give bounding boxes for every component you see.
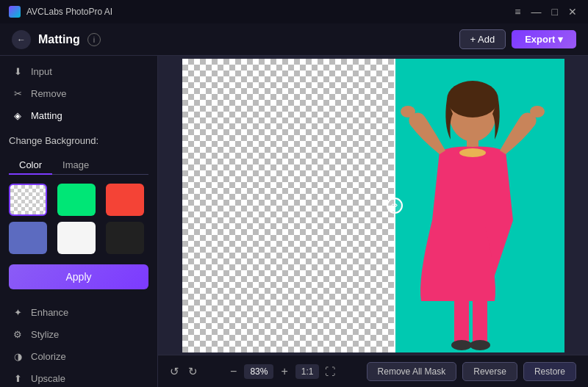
remove-icon: ✂ bbox=[12, 87, 24, 99]
close-icon[interactable]: ✕ bbox=[566, 6, 579, 18]
canvas-left-bg bbox=[182, 59, 395, 352]
back-icon: ← bbox=[17, 35, 26, 45]
canvas-viewport[interactable]: ⇔ bbox=[158, 56, 588, 355]
tab-image[interactable]: Image bbox=[52, 156, 99, 175]
maximize-icon[interactable]: □ bbox=[550, 6, 560, 18]
apply-button[interactable]: Apply bbox=[9, 264, 148, 289]
main-area: ⬇ Input ✂ Remove ◈ Matting Change Backgr… bbox=[0, 56, 588, 387]
info-label: i bbox=[93, 35, 95, 44]
bg-tabs: Color Image bbox=[9, 156, 148, 175]
matting-icon: ◈ bbox=[12, 109, 24, 121]
swatch-black[interactable] bbox=[106, 222, 144, 254]
canvas-area: ⇔ ↺ ↻ − 83% + 1:1 ⛶ Remove All Mask Reve… bbox=[158, 56, 588, 387]
swatch-transparent[interactable] bbox=[9, 184, 47, 216]
toolbar-left: ↺ ↻ bbox=[170, 365, 198, 378]
svg-point-9 bbox=[470, 340, 490, 350]
sidebar-item-matting[interactable]: ◈ Matting bbox=[0, 104, 157, 126]
swatch-green[interactable] bbox=[57, 184, 96, 216]
input-icon: ⬇ bbox=[12, 65, 24, 77]
upscale-icon: ⬆ bbox=[12, 372, 24, 384]
toolbar-center: − 83% + 1:1 ⛶ bbox=[229, 364, 335, 379]
header-right: + Add Export ▾ bbox=[459, 29, 576, 49]
ratio-button[interactable]: 1:1 bbox=[295, 364, 320, 379]
sidebar-item-label: Remove bbox=[31, 88, 66, 99]
sidebar-nav: ⬇ Input ✂ Remove ◈ Matting bbox=[0, 56, 157, 131]
split-handle[interactable]: ⇔ bbox=[387, 198, 403, 214]
sidebar: ⬇ Input ✂ Remove ◈ Matting Change Backgr… bbox=[0, 56, 158, 387]
toolbar-right: Remove All Mask Reverse Restore bbox=[367, 362, 576, 381]
svg-rect-6 bbox=[454, 300, 469, 344]
titlebar-left: AVCLabs PhotoPro AI bbox=[9, 6, 112, 18]
fullscreen-icon[interactable]: ⛶ bbox=[325, 366, 335, 377]
svg-point-8 bbox=[451, 340, 472, 350]
minimize-icon[interactable]: — bbox=[529, 6, 544, 18]
canvas-content: ⇔ bbox=[182, 59, 564, 352]
svg-point-1 bbox=[447, 81, 498, 117]
sidebar-item-label: Matting bbox=[31, 110, 62, 121]
svg-point-5 bbox=[530, 106, 545, 117]
redo-icon[interactable]: ↻ bbox=[188, 365, 198, 378]
swatch-white[interactable] bbox=[57, 222, 96, 254]
titlebar: AVCLabs PhotoPro AI ≡ — □ ✕ bbox=[0, 0, 588, 23]
stylize-icon: ⚙ bbox=[12, 328, 24, 340]
reverse-button[interactable]: Reverse bbox=[462, 362, 517, 381]
sidebar-item-upscale[interactable]: ⬆ Upscale bbox=[0, 367, 157, 387]
add-button[interactable]: + Add bbox=[459, 29, 506, 49]
split-handle-icon: ⇔ bbox=[391, 200, 398, 210]
sidebar-item-enhance[interactable]: ✦ Enhance bbox=[0, 301, 157, 323]
zoom-value: 83% bbox=[244, 364, 273, 379]
svg-point-4 bbox=[401, 106, 415, 117]
undo-icon[interactable]: ↺ bbox=[170, 365, 179, 378]
bg-panel: Change Background: Color Image Apply bbox=[0, 131, 157, 297]
sidebar-item-input[interactable]: ⬇ Input bbox=[0, 60, 157, 82]
color-swatches bbox=[9, 184, 148, 254]
header-left: ← Matting i bbox=[12, 30, 101, 49]
svg-rect-7 bbox=[473, 300, 487, 344]
menu-icon[interactable]: ≡ bbox=[512, 6, 523, 18]
bottom-toolbar: ↺ ↻ − 83% + 1:1 ⛶ Remove All Mask Revers… bbox=[158, 355, 588, 387]
sidebar-item-label: Input bbox=[31, 66, 52, 77]
info-icon[interactable]: i bbox=[87, 33, 101, 46]
back-button[interactable]: ← bbox=[12, 30, 31, 49]
export-button[interactable]: Export ▾ bbox=[512, 30, 576, 48]
sidebar-item-label: Colorize bbox=[31, 351, 66, 362]
colorize-icon: ◑ bbox=[12, 350, 24, 362]
swatch-red[interactable] bbox=[106, 184, 144, 216]
sidebar-item-stylize[interactable]: ⚙ Stylize bbox=[0, 323, 157, 345]
sidebar-item-label: Enhance bbox=[31, 307, 68, 318]
sidebar-item-colorize[interactable]: ◑ Colorize bbox=[0, 345, 157, 367]
sidebar-item-remove[interactable]: ✂ Remove bbox=[0, 82, 157, 104]
titlebar-controls: ≡ — □ ✕ bbox=[512, 6, 579, 18]
sidebar-nav-bottom: ✦ Enhance ⚙ Stylize ◑ Colorize ⬆ Upscale… bbox=[0, 297, 157, 387]
zoom-in-button[interactable]: + bbox=[279, 365, 289, 378]
restore-button[interactable]: Restore bbox=[523, 362, 576, 381]
swatch-blue[interactable] bbox=[9, 222, 47, 254]
sidebar-item-label: Upscale bbox=[31, 373, 65, 384]
app-name: AVCLabs PhotoPro AI bbox=[26, 7, 112, 17]
page-title: Matting bbox=[38, 33, 80, 46]
zoom-out-button[interactable]: − bbox=[229, 365, 238, 378]
remove-all-mask-button[interactable]: Remove All Mask bbox=[367, 362, 457, 381]
app-logo bbox=[9, 6, 21, 18]
bg-panel-title: Change Background: bbox=[9, 131, 148, 149]
header: ← Matting i + Add Export ▾ bbox=[0, 23, 588, 56]
svg-point-3 bbox=[459, 148, 486, 157]
enhance-icon: ✦ bbox=[12, 306, 24, 318]
sidebar-item-label: Stylize bbox=[31, 329, 59, 340]
tab-color[interactable]: Color bbox=[9, 156, 52, 175]
